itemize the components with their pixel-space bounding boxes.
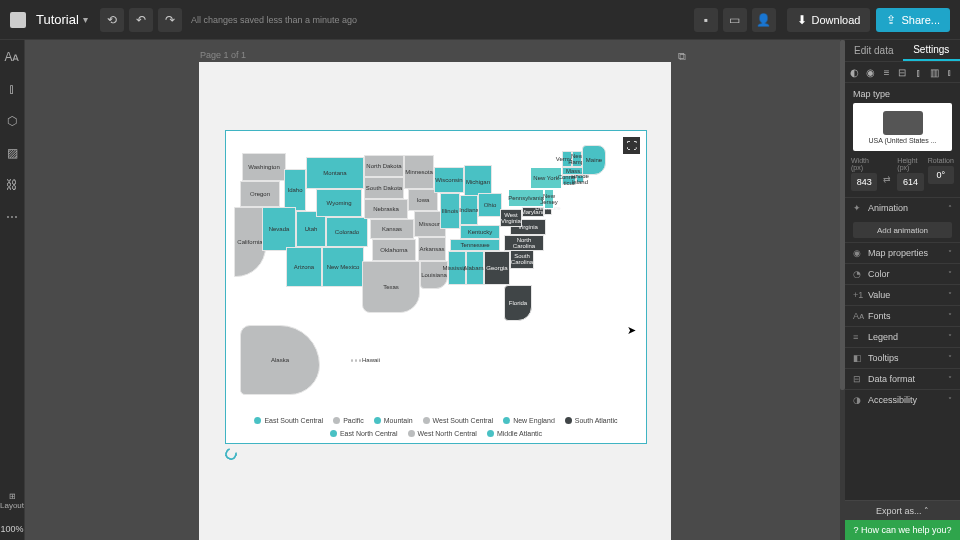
state-fl: Florida xyxy=(504,285,532,321)
legend-swatch xyxy=(374,417,381,424)
legend-swatch xyxy=(423,417,430,424)
object-tool-icon[interactable]: ⬡ xyxy=(3,112,21,130)
share-button[interactable]: ⇪Share... xyxy=(876,8,950,32)
page-copy-icon[interactable]: ⧉ xyxy=(678,50,690,62)
state-ar: Arkansas xyxy=(418,237,446,261)
add-user-icon[interactable]: 👤 xyxy=(752,8,776,32)
map-type-title: Map type xyxy=(845,83,960,103)
tab-edit-data[interactable]: Edit data xyxy=(845,40,903,61)
tooltips-section[interactable]: ◧Tooltips˅ xyxy=(845,347,960,368)
legend-item: South Atlantic xyxy=(565,417,618,424)
legend-swatch xyxy=(254,417,261,424)
us-map: Washington Oregon California Idaho Nevad… xyxy=(232,145,640,405)
state-al: Alabama xyxy=(466,251,484,285)
canvas[interactable]: Page 1 of 1 ⧉ ⛶ Washington Oregon Califo… xyxy=(25,40,845,540)
legend-item: West South Central xyxy=(423,417,494,424)
tab-settings[interactable]: Settings xyxy=(903,40,961,61)
text-tool-icon[interactable]: Aᴀ xyxy=(3,48,21,66)
state-ks: Kansas xyxy=(370,219,414,239)
share-label: Share... xyxy=(901,14,940,26)
legend-item: East South Central xyxy=(254,417,323,424)
state-me: Maine xyxy=(582,145,606,175)
state-ak: Alaska xyxy=(240,325,320,395)
legend-label: West South Central xyxy=(433,417,494,424)
present-icon[interactable]: ▭ xyxy=(723,8,747,32)
state-oh: Ohio xyxy=(478,193,502,217)
redo-icon[interactable]: ↷ xyxy=(158,8,182,32)
globe-icon: ◉ xyxy=(853,248,863,258)
comment-icon[interactable]: ▪ xyxy=(694,8,718,32)
height-field[interactable]: Height (px)614 xyxy=(897,157,923,191)
state-nh: New Hamp. xyxy=(572,151,582,167)
legend-item: Middle Atlantic xyxy=(487,430,542,437)
panel-icon-3[interactable]: ≡ xyxy=(881,66,893,78)
state-sc: South Carolina xyxy=(510,249,534,269)
tooltip-icon: ◧ xyxy=(853,353,863,363)
panel-icon-2[interactable]: ◉ xyxy=(865,66,877,78)
credit-icon xyxy=(223,446,239,462)
page[interactable]: ⛶ Washington Oregon California Idaho Nev… xyxy=(199,62,671,540)
state-ok: Oklahoma xyxy=(372,239,416,261)
chart-tool-icon[interactable]: ⫿ xyxy=(3,80,21,98)
state-nd: North Dakota xyxy=(364,155,404,177)
export-button[interactable]: Export as... ˄ xyxy=(845,500,960,520)
save-status: All changes saved less than a minute ago xyxy=(191,15,357,25)
fonts-section[interactable]: AᴀFonts˅ xyxy=(845,305,960,326)
width-field[interactable]: Width (px)843 xyxy=(851,157,877,191)
chevron-down-icon[interactable]: ▾ xyxy=(83,14,88,25)
rotation-field[interactable]: Rotation0° xyxy=(928,157,954,191)
layout-icon: ⊞ xyxy=(0,492,24,501)
legend-item: New England xyxy=(503,417,555,424)
accessibility-icon: ◑ xyxy=(853,395,863,405)
state-id: Idaho xyxy=(284,169,306,211)
panel-icon-row: ◐ ◉ ≡ ⊟ ⫿ ▥ ⫾ xyxy=(845,62,960,83)
project-title[interactable]: Tutorial xyxy=(36,12,79,27)
add-animation-button[interactable]: Add animation xyxy=(853,222,952,238)
data-format-section[interactable]: ⊟Data format˅ xyxy=(845,368,960,389)
legend-icon: ≡ xyxy=(853,332,863,342)
legend-section[interactable]: ≡Legend˅ xyxy=(845,326,960,347)
panel-icon-7[interactable]: ⫾ xyxy=(944,66,956,78)
legend-item: Mountain xyxy=(374,417,413,424)
color-section[interactable]: ◔Color˅ xyxy=(845,263,960,284)
panel-icon-5[interactable]: ⫿ xyxy=(912,66,924,78)
chevron-up-icon: ˄ xyxy=(924,506,929,516)
layout-button[interactable]: ⊞Layout xyxy=(0,484,24,518)
history-icon[interactable]: ⟲ xyxy=(100,8,124,32)
state-az: Arizona xyxy=(286,247,322,287)
panel-icon-4[interactable]: ⊟ xyxy=(896,66,908,78)
panel-icon-1[interactable]: ◐ xyxy=(849,66,861,78)
logo-icon[interactable] xyxy=(10,12,26,28)
integrate-tool-icon[interactable]: ⛓ xyxy=(3,176,21,194)
state-mt: Montana xyxy=(306,157,364,189)
map-chart[interactable]: ⛶ Washington Oregon California Idaho Nev… xyxy=(225,130,647,444)
map-thumb-icon xyxy=(883,111,923,135)
more-tool-icon[interactable]: ⋯ xyxy=(3,208,21,226)
undo-icon[interactable]: ↶ xyxy=(129,8,153,32)
map-properties-section[interactable]: ◉Map properties˅ xyxy=(845,242,960,263)
image-tool-icon[interactable]: ▨ xyxy=(3,144,21,162)
legend-item: East North Central xyxy=(330,430,398,437)
page-label: Page 1 of 1 xyxy=(200,50,246,60)
legend-label: West North Central xyxy=(418,430,477,437)
help-button[interactable]: ? How can we help you? xyxy=(845,520,960,540)
panel-icon-6[interactable]: ▥ xyxy=(928,66,940,78)
download-button[interactable]: ⬇Download xyxy=(787,8,871,32)
legend-label: Pacific xyxy=(343,417,364,424)
value-section[interactable]: +1Value˅ xyxy=(845,284,960,305)
accessibility-section[interactable]: ◑Accessibility˅ xyxy=(845,389,960,410)
legend-swatch xyxy=(565,417,572,424)
format-icon: ⊟ xyxy=(853,374,863,384)
legend-swatch xyxy=(408,430,415,437)
layout-label: Layout xyxy=(0,501,24,510)
download-label: Download xyxy=(812,14,861,26)
state-wv: West Virginia xyxy=(500,209,522,227)
state-nc: North Carolina xyxy=(504,235,544,251)
legend-label: Mountain xyxy=(384,417,413,424)
state-pa: Pennsylvania xyxy=(508,189,544,207)
left-toolbar: Aᴀ ⫿ ⬡ ▨ ⛓ ⋯ ⊞Layout 100% xyxy=(0,40,25,540)
animation-section[interactable]: ✦Animation˄ xyxy=(845,197,960,218)
zoom-level[interactable]: 100% xyxy=(0,518,23,540)
link-dims-icon[interactable]: ⇄ xyxy=(881,157,893,191)
map-type-thumb[interactable]: USA (United States ... xyxy=(853,103,952,151)
